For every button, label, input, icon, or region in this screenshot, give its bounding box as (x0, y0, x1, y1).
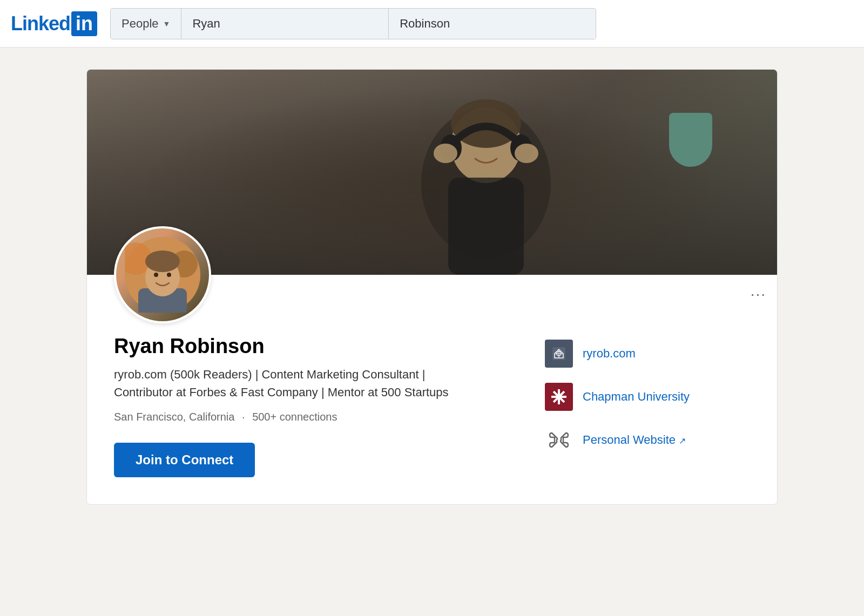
personal-website-link[interactable]: Personal Website ↗ (545, 426, 750, 454)
more-options-button[interactable]: ··· (751, 286, 766, 303)
profile-name: Ryan Robinson (114, 334, 545, 359)
profile-section: ··· (87, 275, 777, 504)
svg-point-6 (515, 144, 538, 163)
chapman-link[interactable]: Chapman University (545, 383, 750, 411)
search-last-name-input[interactable] (389, 9, 596, 39)
chapman-icon (545, 383, 573, 411)
search-bar: People ▼ (110, 8, 596, 39)
svg-point-5 (434, 144, 457, 163)
location-text: San Francisco, California (114, 411, 234, 423)
ryrob-link[interactable]: ryrob.com (545, 340, 750, 368)
avatar-image (125, 237, 200, 313)
chevron-down-icon: ▼ (163, 19, 171, 28)
search-filter-dropdown[interactable]: People ▼ (111, 9, 181, 39)
profile-headline: ryrob.com (500k Readers) | Content Marke… (114, 365, 481, 401)
cover-decoration (669, 113, 712, 167)
connections-count: 500+ connections (252, 411, 337, 423)
profile-links: ryrob.com (545, 334, 750, 454)
join-to-connect-button[interactable]: Join to Connect (114, 443, 255, 477)
linkedin-logo[interactable]: Linked in (11, 11, 97, 36)
main-content: ··· (0, 48, 864, 526)
ryrob-icon-svg (550, 345, 568, 362)
profile-left: Ryan Robinson ryrob.com (500k Readers) |… (114, 334, 545, 477)
link-icon (545, 426, 573, 454)
profile-location: San Francisco, California · 500+ connect… (114, 411, 545, 423)
chapman-icon-svg (550, 388, 568, 405)
svg-point-14 (145, 251, 180, 272)
ryrob-link-text: ryrob.com (583, 347, 636, 361)
header: Linked in People ▼ (0, 0, 864, 48)
search-filter-label: People (122, 17, 159, 31)
search-first-name-input[interactable] (181, 9, 389, 39)
ryrob-icon (545, 340, 573, 368)
personal-website-link-text: Personal Website ↗ (583, 433, 686, 447)
avatar (114, 226, 211, 323)
external-link-icon: ↗ (679, 436, 686, 445)
linkedin-box: in (71, 11, 97, 36)
svg-point-16 (167, 273, 171, 277)
svg-rect-7 (448, 178, 524, 275)
chapman-link-text: Chapman University (583, 390, 690, 404)
chain-link-icon-svg (547, 428, 571, 452)
profile-info-row: Ryan Robinson ryrob.com (500k Readers) |… (114, 334, 750, 477)
svg-point-15 (154, 273, 158, 277)
cover-person-illustration (351, 75, 621, 275)
linkedin-text: Linked (11, 12, 70, 35)
avatar-wrapper (114, 226, 211, 323)
profile-card: ··· (86, 69, 778, 505)
dot-separator: · (242, 411, 245, 423)
